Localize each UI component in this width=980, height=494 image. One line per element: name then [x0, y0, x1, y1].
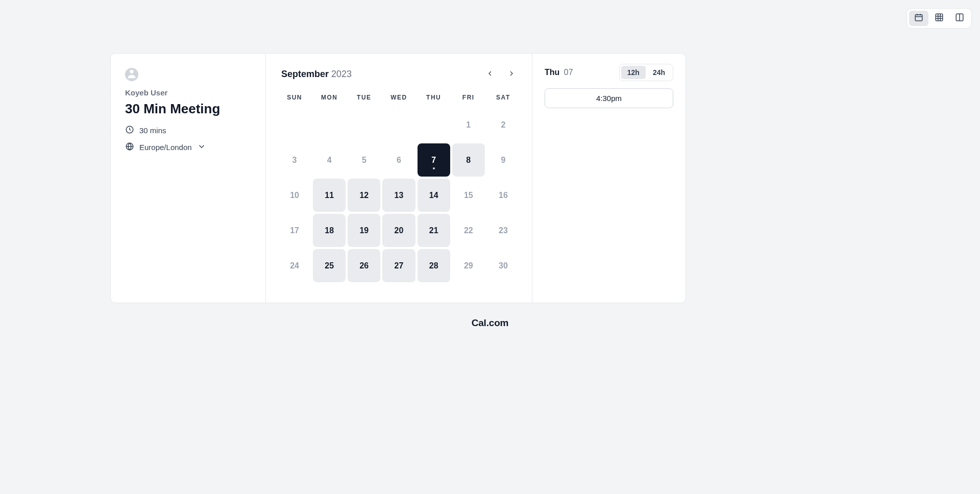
calendar-day[interactable]: 7: [418, 143, 450, 177]
calendar-day-label: 14: [429, 191, 438, 200]
calendar-day: 4: [313, 143, 346, 177]
calendar-day: 5: [348, 143, 380, 177]
hour-format-12h[interactable]: 12h: [621, 66, 646, 79]
calendar-day-label: 30: [499, 261, 508, 270]
columns-icon: [955, 13, 964, 24]
calendar-day[interactable]: 18: [313, 214, 346, 247]
calendar-day-label: 25: [325, 261, 334, 270]
timezone-select[interactable]: Europe/London: [125, 142, 251, 153]
calendar-day-label: 9: [501, 156, 505, 165]
calendar-day[interactable]: 25: [313, 249, 346, 282]
calendar-day: 3: [278, 143, 311, 177]
calendar-day: 15: [452, 179, 485, 212]
calendar-icon: [914, 13, 923, 24]
svg-rect-4: [936, 14, 943, 21]
calendar-day[interactable]: 27: [382, 249, 415, 282]
svg-point-11: [130, 70, 133, 73]
calendar-day-label: 7: [431, 156, 436, 165]
calendar-day: 22: [452, 214, 485, 247]
month-header: September 2023: [278, 66, 520, 86]
globe-icon: [125, 142, 134, 153]
calendar-day-label: 29: [464, 261, 473, 270]
event-details-panel: Koyeb User 30 Min Meeting 30 mins Europe…: [111, 54, 266, 303]
calendar-day: 23: [487, 214, 520, 247]
calendar-day-label: 21: [429, 226, 438, 235]
calendar-day-label: 10: [290, 191, 299, 200]
calendar-day-label: 19: [359, 226, 369, 235]
grid-icon: [935, 13, 944, 24]
selected-date: Thu 07: [545, 68, 573, 77]
month-year: 2023: [331, 69, 352, 79]
today-indicator: [433, 167, 435, 169]
calendar-day-label: 5: [362, 156, 366, 165]
calendar-day[interactable]: 19: [348, 214, 380, 247]
view-toggle-calendar[interactable]: [909, 11, 928, 26]
calendar-day: 2: [487, 108, 520, 141]
calendar-day-label: 22: [464, 226, 473, 235]
calendar-day-label: 12: [359, 191, 369, 200]
chevron-down-icon: [197, 142, 206, 153]
calendar-day[interactable]: 28: [418, 249, 450, 282]
view-toggle-grid[interactable]: [929, 11, 949, 26]
calendar-day-label: 27: [395, 261, 404, 270]
calendar-day: 9: [487, 143, 520, 177]
chevron-right-icon: [507, 69, 516, 80]
calendar-day[interactable]: 11: [313, 179, 346, 212]
timeslot-list: 4:30pm: [545, 88, 673, 108]
calendar-day: 24: [278, 249, 311, 282]
event-title: 30 Min Meeting: [125, 101, 251, 117]
chevron-left-icon: [486, 69, 494, 80]
calendar-day[interactable]: 12: [348, 179, 380, 212]
calendar-day-label: 1: [466, 120, 471, 130]
next-month-button[interactable]: [506, 69, 517, 80]
calendar-day: 6: [382, 143, 415, 177]
hour-format-toggle: 12h24h: [619, 64, 673, 81]
view-toggle-columns[interactable]: [950, 11, 969, 26]
calendar-day[interactable]: 26: [348, 249, 380, 282]
dow-label: FRI: [452, 90, 485, 108]
calendar-day-label: 18: [325, 226, 334, 235]
timezone-text: Europe/London: [139, 143, 192, 152]
calendar-day[interactable]: 13: [382, 179, 415, 212]
calendar-day-label: 15: [464, 191, 473, 200]
brand-footer: Cal.com: [0, 317, 980, 329]
calendar-day[interactable]: 14: [418, 179, 450, 212]
dow-label: SAT: [487, 90, 520, 108]
dow-label: SUN: [278, 90, 311, 108]
booking-card: Koyeb User 30 Min Meeting 30 mins Europe…: [110, 53, 686, 303]
calendar-day-label: 26: [359, 261, 369, 270]
dow-row: SUNMONTUEWEDTHUFRISAT: [278, 90, 520, 108]
calendar-day: 1: [452, 108, 485, 141]
calendar-day[interactable]: 20: [382, 214, 415, 247]
calendar-day-label: 17: [290, 226, 299, 235]
calendar-grid: 1234567891011121314151617181920212223242…: [278, 108, 520, 282]
calendar-panel: September 2023 SUNMONTUEWEDTHUFRISAT 123…: [266, 54, 532, 303]
calendar-day: 29: [452, 249, 485, 282]
calendar-day[interactable]: 21: [418, 214, 450, 247]
hour-format-24h[interactable]: 24h: [647, 66, 671, 79]
calendar-day-label: 2: [501, 120, 505, 130]
month-name: September: [281, 69, 329, 79]
calendar-day: 17: [278, 214, 311, 247]
calendar-day-label: 4: [327, 156, 332, 165]
selected-day-short: Thu: [545, 68, 559, 77]
duration-row: 30 mins: [125, 125, 251, 136]
dow-label: MON: [313, 90, 346, 108]
dow-label: THU: [418, 90, 450, 108]
calendar-day-label: 8: [466, 156, 471, 165]
calendar-day-label: 3: [292, 156, 297, 165]
calendar-day: 16: [487, 179, 520, 212]
calendar-day[interactable]: 8: [452, 143, 485, 177]
calendar-day-label: 6: [397, 156, 401, 165]
month-title: September 2023: [281, 69, 352, 80]
selected-day-num: 07: [564, 68, 573, 77]
calendar-day-label: 28: [429, 261, 438, 270]
calendar-day-label: 11: [325, 191, 334, 200]
duration-text: 30 mins: [139, 126, 166, 135]
clock-icon: [125, 125, 134, 136]
svg-rect-0: [915, 15, 922, 21]
host-name: Koyeb User: [125, 88, 251, 97]
timeslot[interactable]: 4:30pm: [545, 88, 673, 108]
calendar-day: 10: [278, 179, 311, 212]
prev-month-button[interactable]: [485, 69, 495, 80]
